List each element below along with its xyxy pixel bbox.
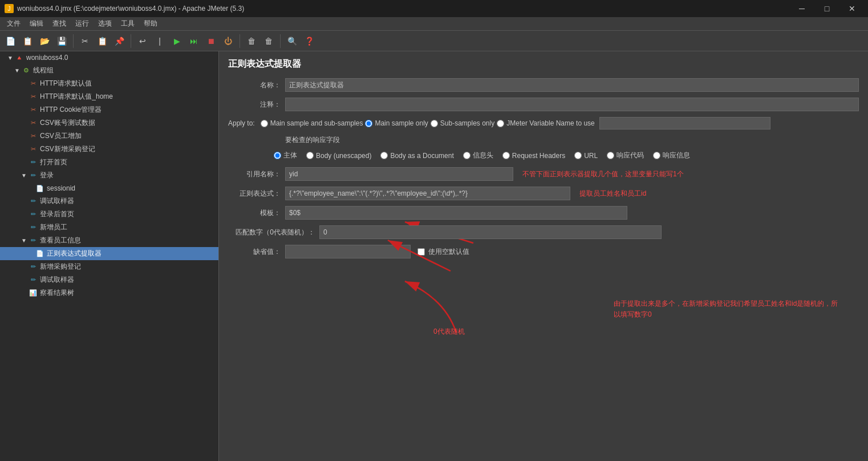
- help-button[interactable]: ❓: [301, 33, 317, 49]
- jmeter-var-input[interactable]: [599, 117, 770, 130]
- radio-resp-msg-label: 响应信息: [663, 151, 690, 160]
- tree-node-http-default-home[interactable]: ✂ HTTP请求默认值_home: [0, 90, 218, 103]
- tree-node-new-employee[interactable]: ✏ 新增员工: [0, 221, 218, 234]
- tree-label-debug2: 调试取样器: [40, 275, 74, 285]
- expander-e11: [21, 224, 27, 231]
- template-section: 模板：: [228, 206, 859, 220]
- radio-resp-code[interactable]: 响应代码: [607, 151, 644, 160]
- undo-button[interactable]: ↩: [135, 33, 151, 49]
- apply-to-row: Apply to: Main sample and sub-samples Ma…: [228, 117, 859, 130]
- tree-node-csv2[interactable]: ✂ CSV员工增加: [0, 130, 218, 143]
- radio-main-only[interactable]: Main sample only: [365, 119, 428, 127]
- tree-node-regex[interactable]: 📄 正则表达式提取器: [0, 247, 218, 260]
- tree-icon-regex: 📄: [35, 249, 44, 258]
- use-empty-default-checkbox[interactable]: [417, 248, 425, 256]
- tree-label-threadgroup: 线程组: [33, 66, 54, 75]
- tree-node-results[interactable]: 📊 察看结果树: [0, 286, 218, 300]
- default-input[interactable]: [285, 245, 411, 258]
- start-no-pause-button[interactable]: ⏭: [186, 33, 202, 49]
- cut-button[interactable]: ✂: [77, 33, 93, 49]
- save-button[interactable]: 💾: [54, 33, 70, 49]
- tree-node-debug1[interactable]: ✏ 调试取样器: [0, 195, 218, 208]
- tree-node-login[interactable]: ▼ ✏ 登录: [0, 169, 218, 182]
- tree-icon-homepage: ✏: [29, 158, 38, 167]
- open-button[interactable]: 📂: [36, 33, 52, 49]
- menu-edit[interactable]: 编辑: [25, 17, 48, 31]
- radio-body-doc[interactable]: Body as a Document: [380, 152, 453, 160]
- menu-options[interactable]: 选项: [94, 17, 116, 31]
- tree-icon-newemployee: ✏: [29, 223, 38, 232]
- tree-node-csv1[interactable]: ✂ CSV账号测试数据: [0, 116, 218, 130]
- tree-node-http-default[interactable]: ✂ HTTP请求默认值: [0, 77, 218, 90]
- content-panel: 正则表达式提取器 名称： 正则表达式提取器 注释： Apply to: Main…: [219, 51, 868, 461]
- paste-button[interactable]: 📌: [111, 33, 127, 49]
- tree-icon-root: 🔺: [15, 53, 24, 62]
- clear-button[interactable]: 🗑: [244, 33, 259, 49]
- annotation1: 0代表随机: [433, 327, 465, 337]
- ref-name-input[interactable]: [285, 167, 513, 181]
- matchno-label: 匹配数字（0代表随机）：: [228, 228, 319, 237]
- regex-label: 正则表达式：: [228, 189, 285, 199]
- stop-button[interactable]: ⏹: [203, 33, 219, 49]
- expander-e10: [21, 211, 27, 218]
- radio-body-unescaped-label: Body (unescaped): [316, 152, 371, 160]
- menu-tools[interactable]: 工具: [116, 17, 139, 31]
- radio-url[interactable]: URL: [574, 152, 598, 160]
- radio-url-label: URL: [584, 152, 598, 160]
- annotations-area: 0代表随机 由于提取出来是多个，在新增采购登记我们希望员工姓名和id是随机的，所…: [228, 264, 859, 355]
- search-button[interactable]: 🔍: [284, 33, 300, 49]
- tree-icon-thread: ⚙: [22, 66, 31, 75]
- tree-icon-csv2: ✂: [29, 132, 38, 141]
- tree-node-view-employee[interactable]: ▼ ✏ 查看员工信息: [0, 234, 218, 247]
- tree-label-root: woniuboss4.0: [26, 54, 68, 62]
- radio-jmeter-var-label: JMeter Variable Name to use: [506, 119, 595, 127]
- expander-e7: [21, 159, 27, 166]
- menu-file[interactable]: 文件: [2, 17, 25, 31]
- minimize-button[interactable]: ─: [790, 0, 813, 17]
- radio-request-headers[interactable]: Request Headers: [502, 152, 565, 160]
- radio-headers[interactable]: 信息头: [463, 151, 493, 160]
- default-row: 缺省值： 使用空默认值: [228, 245, 859, 258]
- toolbar: 📄 📋 📂 💾 ✂ 📋 📌 ↩ | ▶ ⏭ ⏹ ⏻ 🗑 🗑 🔍 ❓: [0, 31, 868, 51]
- expander-view: ▼: [21, 237, 27, 244]
- title-bar: J woniuboss4.0.jmx (E:\codejmeter\woniub…: [0, 0, 868, 17]
- clear-all-button[interactable]: 🗑: [261, 33, 277, 49]
- maximize-button[interactable]: □: [816, 0, 838, 17]
- template-input[interactable]: [285, 206, 627, 220]
- radio-body-unescaped[interactable]: Body (unescaped): [306, 152, 371, 160]
- shutdown-button[interactable]: ⏻: [220, 33, 236, 49]
- radio-jmeter-var[interactable]: JMeter Variable Name to use: [497, 119, 595, 127]
- menu-search[interactable]: 查找: [48, 17, 71, 31]
- radio-resp-msg[interactable]: 响应信息: [653, 151, 690, 160]
- tree-node-root[interactable]: ▼ 🔺 woniuboss4.0: [0, 51, 218, 64]
- radio-body[interactable]: 主体: [274, 151, 297, 160]
- menu-help[interactable]: 帮助: [139, 17, 162, 31]
- tree-label-homepage: 打开首页: [40, 157, 67, 167]
- use-empty-default-label: 使用空默认值: [428, 247, 469, 257]
- comment-label: 注释：: [228, 100, 285, 110]
- tree-label-new-purchase: 新增采购登记: [40, 262, 81, 272]
- regex-input[interactable]: [285, 187, 570, 200]
- comment-input[interactable]: [285, 98, 859, 111]
- tree-node-new-purchase[interactable]: ✏ 新增采购登记: [0, 260, 218, 273]
- tree-node-login-home[interactable]: ✏ 登录后首页: [0, 208, 218, 221]
- start-button[interactable]: ▶: [169, 33, 185, 49]
- template-button[interactable]: 📋: [19, 33, 35, 49]
- name-input[interactable]: 正则表达式提取器: [285, 78, 859, 92]
- radio-headers-label: 信息头: [473, 151, 493, 160]
- tree-node-threadgroup[interactable]: ▼ ⚙ 线程组: [0, 64, 218, 77]
- close-button[interactable]: ✕: [841, 0, 863, 17]
- tree-node-sessionid[interactable]: 📄 sessionid: [0, 182, 218, 195]
- copy-button[interactable]: 📋: [94, 33, 110, 49]
- matchno-input[interactable]: [319, 225, 662, 239]
- regex-note: 提取员工姓名和员工id: [579, 189, 646, 199]
- tree-node-csv3[interactable]: ✂ CSV新增采购登记: [0, 143, 218, 156]
- tree-node-cookie[interactable]: ✂ HTTP Cookie管理器: [0, 103, 218, 116]
- menu-run[interactable]: 运行: [71, 17, 94, 31]
- tree-node-debug2[interactable]: ✏ 调试取样器: [0, 273, 218, 286]
- new-button[interactable]: 📄: [2, 33, 18, 49]
- radio-sub-only[interactable]: Sub-samples only: [431, 119, 494, 127]
- radio-main-and-sub[interactable]: Main sample and sub-samples: [261, 119, 363, 127]
- tree-node-homepage[interactable]: ✏ 打开首页: [0, 156, 218, 169]
- expander-e5: [21, 133, 27, 140]
